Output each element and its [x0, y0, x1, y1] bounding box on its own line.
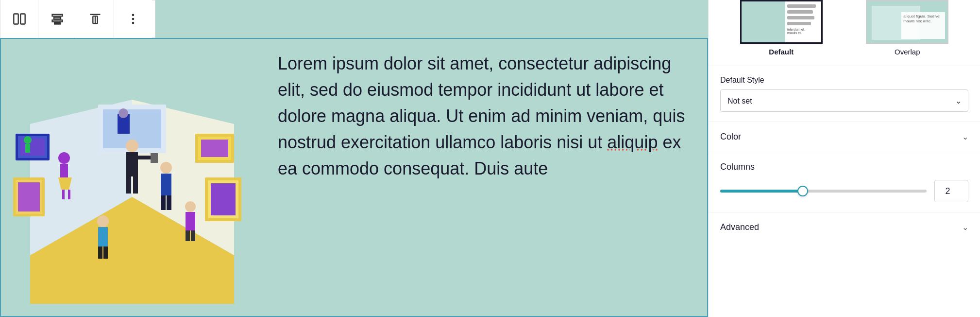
svg-point-19	[24, 136, 32, 144]
svg-rect-5	[54, 23, 60, 24]
svg-rect-46	[161, 174, 171, 195]
svg-rect-25	[60, 164, 68, 178]
svg-rect-52	[103, 247, 108, 259]
preview-text-line-4	[787, 22, 811, 25]
svg-point-39	[126, 140, 138, 152]
overlap-mini-text: aliquot figula. Sed vel maulis nec ante.	[903, 14, 943, 24]
svg-point-45	[160, 162, 172, 174]
default-style-select[interactable]: Not set Style 1 Style 2	[720, 89, 968, 112]
svg-rect-28	[68, 190, 70, 199]
columns-slider-container[interactable]	[720, 190, 927, 193]
svg-rect-1	[20, 14, 25, 24]
slider-thumb[interactable]	[797, 186, 808, 196]
svg-rect-0	[14, 14, 18, 24]
layout-cards: interdum et. maulis et. Default aliquot …	[709, 0, 980, 66]
slider-row	[720, 180, 968, 202]
default-style-section: Default Style Not set Style 1 Style 2 ⌄	[709, 66, 980, 122]
overlap-preview: aliquot figula. Sed vel maulis nec ante.	[866, 0, 948, 44]
svg-rect-51	[98, 247, 102, 259]
svg-rect-48	[167, 195, 171, 210]
svg-point-11	[132, 22, 135, 24]
color-section-header[interactable]: Color ⌄	[720, 132, 968, 142]
color-chevron-icon: ⌄	[962, 132, 968, 141]
text-panel: Lorem ipsum dolor sit amet, consectetur …	[263, 39, 707, 316]
default-style-label: Default Style	[720, 76, 968, 85]
svg-rect-44	[151, 153, 158, 163]
svg-rect-50	[98, 227, 108, 247]
advanced-section: Advanced ⌄	[709, 212, 980, 242]
svg-rect-56	[191, 230, 195, 241]
lorem-ipsum-text: Lorem ipsum dolor sit amet, consectetur …	[278, 51, 693, 182]
svg-point-10	[132, 18, 135, 20]
columns-layout-button[interactable]	[0, 0, 38, 38]
svg-point-32	[118, 108, 128, 118]
toolbar	[0, 0, 155, 38]
preview-text-line-2	[787, 10, 813, 14]
svg-point-53	[185, 201, 196, 212]
content-block: Lorem ipsum dolor sit amet, consectetur …	[0, 38, 708, 317]
svg-rect-20	[25, 144, 30, 153]
svg-rect-2	[52, 15, 62, 17]
columns-section: Columns	[709, 152, 980, 212]
advanced-section-header[interactable]: Advanced ⌄	[720, 222, 968, 232]
svg-rect-23	[18, 182, 40, 211]
default-preview-image	[742, 1, 785, 42]
aliquip-word: aliquip	[607, 132, 658, 152]
preview-bottom-text: maulis et.	[787, 31, 819, 35]
layout-card-overlap[interactable]: aliquot figula. Sed vel maulis nec ante.…	[845, 0, 971, 56]
overlap-preview-textbox: aliquot figula. Sed vel maulis nec ante.	[901, 12, 945, 39]
default-preview: interdum et. maulis et.	[740, 0, 823, 44]
color-title: Color	[720, 132, 741, 142]
advanced-title: Advanced	[720, 222, 759, 232]
align-center-button[interactable]	[38, 0, 76, 38]
svg-rect-54	[186, 212, 195, 230]
svg-rect-47	[161, 195, 166, 210]
svg-rect-38	[211, 183, 236, 215]
svg-rect-40	[126, 152, 138, 176]
svg-rect-55	[186, 230, 190, 241]
default-style-select-wrapper: Not set Style 1 Style 2 ⌄	[720, 89, 968, 112]
color-section: Color ⌄	[709, 122, 980, 152]
default-label: Default	[769, 48, 794, 56]
advanced-chevron-icon: ⌄	[962, 223, 968, 232]
svg-point-9	[132, 14, 135, 17]
text-top-button[interactable]	[76, 0, 114, 38]
columns-input[interactable]	[934, 180, 968, 202]
layout-card-default[interactable]: interdum et. maulis et. Default	[718, 0, 845, 56]
svg-point-49	[97, 215, 109, 227]
svg-rect-41	[126, 176, 131, 194]
svg-rect-3	[54, 18, 61, 19]
overlap-label: Overlap	[895, 48, 920, 56]
main-area: Lorem ipsum dolor sit amet, consectetur …	[0, 0, 708, 317]
preview-top-text: interdum et.	[787, 28, 819, 31]
columns-label: Columns	[720, 162, 968, 172]
preview-text-line-1	[787, 4, 816, 8]
sidebar: interdum et. maulis et. Default aliquot …	[708, 0, 980, 317]
svg-rect-35	[201, 140, 228, 157]
svg-point-24	[58, 152, 70, 164]
svg-rect-4	[52, 20, 62, 22]
default-preview-text: interdum et. maulis et.	[785, 1, 821, 37]
svg-rect-43	[138, 156, 152, 159]
svg-rect-27	[62, 190, 65, 199]
slider-fill	[720, 190, 803, 193]
svg-rect-42	[133, 176, 138, 194]
preview-text-line-3	[787, 16, 814, 19]
image-panel	[1, 39, 263, 316]
more-options-button[interactable]	[114, 0, 152, 38]
